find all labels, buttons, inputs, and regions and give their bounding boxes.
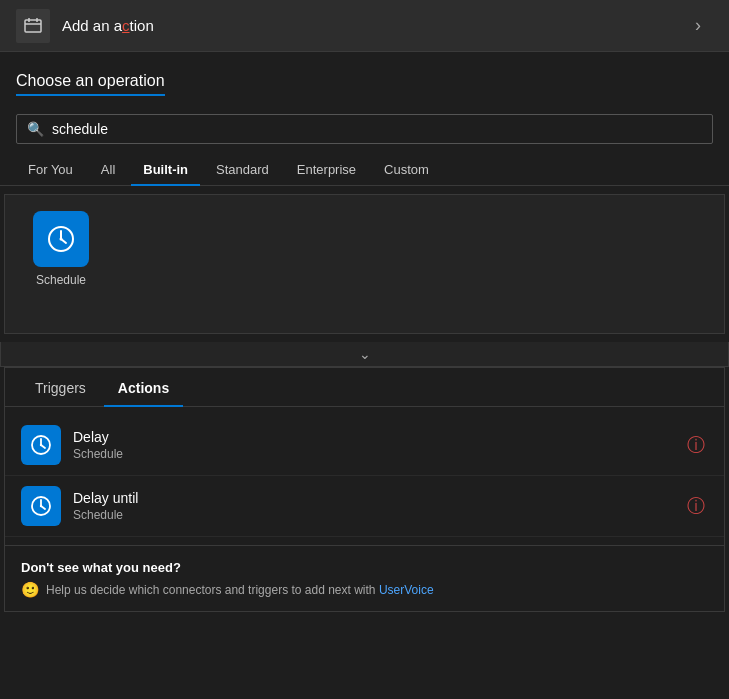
action-tabs-row: Triggers Actions	[5, 368, 724, 407]
bottom-panel: Triggers Actions Delay Schedule ⓘ	[4, 367, 725, 546]
svg-point-15	[40, 505, 42, 507]
chevron-icon: ⌄	[359, 346, 371, 362]
footer-text: 🙂 Help us decide which connectors and tr…	[21, 581, 708, 599]
action-item-delay-until[interactable]: Delay until Schedule ⓘ	[5, 476, 724, 537]
delay-clock-icon	[30, 434, 52, 456]
search-input[interactable]	[52, 121, 702, 137]
tab-enterprise[interactable]: Enterprise	[285, 154, 368, 185]
search-container: 🔍	[0, 104, 729, 154]
chevron-expand[interactable]: ⌄	[0, 342, 729, 367]
footer-before-link: Help us decide which connectors and trig…	[46, 583, 376, 597]
tab-standard[interactable]: Standard	[204, 154, 281, 185]
tab-for-you[interactable]: For You	[16, 154, 85, 185]
delay-until-info: Delay until Schedule	[73, 490, 684, 522]
delay-icon	[21, 425, 61, 465]
connector-card-area: Schedule	[4, 194, 725, 334]
close-button[interactable]: ›	[683, 11, 713, 41]
search-icon: 🔍	[27, 121, 44, 137]
choose-operation-section: Choose an operation	[0, 52, 729, 104]
search-box: 🔍	[16, 114, 713, 144]
delay-until-icon	[21, 486, 61, 526]
svg-rect-0	[25, 20, 41, 32]
tab-custom[interactable]: Custom	[372, 154, 441, 185]
tab-actions[interactable]: Actions	[104, 368, 183, 406]
tabs-row: For You All Built-in Standard Enterprise…	[0, 154, 729, 186]
uservoice-link[interactable]: UserVoice	[379, 583, 434, 597]
tab-triggers[interactable]: Triggers	[21, 368, 100, 406]
clock-icon	[46, 224, 76, 254]
delay-until-clock-icon	[30, 495, 52, 517]
delay-info: Delay Schedule	[73, 429, 684, 461]
schedule-connector-icon	[33, 211, 89, 267]
delay-until-subtitle: Schedule	[73, 508, 684, 522]
schedule-connector-label: Schedule	[36, 273, 86, 287]
action-item-delay[interactable]: Delay Schedule ⓘ	[5, 415, 724, 476]
schedule-connector[interactable]: Schedule	[21, 211, 101, 287]
delay-name: Delay	[73, 429, 684, 445]
footer-text-content: Help us decide which connectors and trig…	[46, 583, 434, 597]
tab-built-in[interactable]: Built-in	[131, 154, 200, 185]
delay-until-info-button[interactable]: ⓘ	[684, 494, 708, 518]
header-title: Add an action	[62, 17, 154, 34]
footer-title: Don't see what you need?	[21, 560, 708, 575]
action-list: Delay Schedule ⓘ Delay until Schedule ⓘ	[5, 407, 724, 545]
footer-section: Don't see what you need? 🙂 Help us decid…	[4, 546, 725, 612]
svg-point-7	[60, 238, 63, 241]
svg-point-11	[40, 444, 42, 446]
delay-until-name: Delay until	[73, 490, 684, 506]
choose-operation-label: Choose an operation	[16, 72, 165, 96]
header-icon	[16, 9, 50, 43]
delay-info-button[interactable]: ⓘ	[684, 433, 708, 457]
smiley-icon: 🙂	[21, 581, 40, 599]
delay-subtitle: Schedule	[73, 447, 684, 461]
action-icon	[23, 16, 43, 36]
header: Add an action ›	[0, 0, 729, 52]
tab-all[interactable]: All	[89, 154, 127, 185]
